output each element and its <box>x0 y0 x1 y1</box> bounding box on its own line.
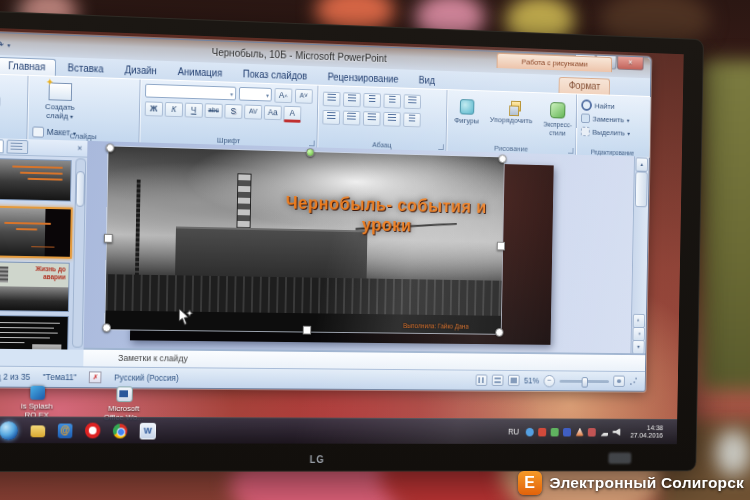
network-icon[interactable] <box>600 428 608 436</box>
line-spacing-button[interactable] <box>403 94 421 109</box>
columns-button[interactable] <box>403 113 421 128</box>
tab-view[interactable]: Вид <box>409 73 444 89</box>
new-slide-button[interactable]: ✦ Создать слайд ▾ <box>32 80 87 124</box>
tray-icon-3[interactable] <box>551 427 559 436</box>
tab-slides-thumbnails[interactable] <box>0 139 4 153</box>
slide-thumbnail-3[interactable]: Жизнь до аварии <box>0 261 70 312</box>
font-color-button[interactable]: А <box>283 106 301 123</box>
change-case-button[interactable]: Аа <box>264 105 282 120</box>
underline-button[interactable]: Ч <box>185 103 203 118</box>
increase-indent-button[interactable] <box>383 94 401 109</box>
arrange-button[interactable]: Упорядочить <box>487 98 536 138</box>
resize-grip[interactable] <box>629 377 638 386</box>
tray-icon-2[interactable] <box>539 427 547 436</box>
slide-thumbnail-1[interactable] <box>0 158 72 202</box>
select-label: Выделить <box>592 127 625 136</box>
strikethrough-button[interactable]: abc <box>204 103 222 118</box>
tab-outline[interactable] <box>7 140 29 154</box>
monitor: ↶ ↷ ▾ Чернобыль, 10Б - Microsoft PowerPo… <box>0 8 704 472</box>
paragraph-dialog-launcher[interactable] <box>438 144 444 150</box>
slide-sorter-button[interactable] <box>492 375 504 386</box>
bold-button[interactable]: Ж <box>145 101 163 116</box>
theme-name: "Тема11" <box>43 372 77 382</box>
next-slide-icon[interactable]: « <box>632 327 644 341</box>
tray-icon-1[interactable] <box>526 427 534 436</box>
chrome-icon[interactable] <box>113 423 128 438</box>
group-font: ▾ ▾ A˄ A˅ Ж К Ч abc S AV Аа <box>139 80 318 149</box>
zoom-level: 51% <box>524 376 539 386</box>
photo-scene: ↶ ↷ ▾ Чернобыль, 10Б - Microsoft PowerPo… <box>0 0 750 500</box>
opera-icon[interactable] <box>85 423 101 439</box>
font-size-select[interactable]: ▾ <box>239 87 272 102</box>
font-name-select[interactable]: ▾ <box>145 84 236 101</box>
tray-clock[interactable]: 14:38 27.04.2016 <box>630 424 663 440</box>
align-center-button[interactable] <box>343 111 361 126</box>
italic-button[interactable]: К <box>165 102 183 117</box>
scrollbar-thumb[interactable] <box>635 171 648 207</box>
slide-thumbnail-2-selected[interactable] <box>0 206 73 259</box>
start-button[interactable] <box>0 421 18 440</box>
spellcheck-icon[interactable]: ✗ <box>89 371 102 383</box>
clock-date: 27.04.2016 <box>630 432 663 440</box>
fit-to-window-button[interactable] <box>613 376 625 387</box>
group-clipboard: ✂ <box>0 73 28 140</box>
align-left-button[interactable] <box>322 110 340 125</box>
align-right-button[interactable] <box>363 111 381 126</box>
tray-icon-vlc[interactable] <box>576 428 584 436</box>
panel-header: ✕ <box>0 137 88 158</box>
tray-icon-5[interactable] <box>588 428 596 436</box>
bezel-sticker <box>608 453 631 464</box>
background-wall <box>700 60 750 390</box>
redo-icon[interactable]: ↷ <box>0 38 4 49</box>
word-taskbar-icon[interactable]: W <box>140 422 157 439</box>
group-drawing: Фигуры Упорядочить Экспресс-стили <box>446 90 577 156</box>
chernobyl-photo[interactable] <box>105 146 504 333</box>
explorer-icon[interactable] <box>30 425 45 437</box>
tray-icon-4[interactable] <box>563 428 571 437</box>
quick-styles-button[interactable]: Экспресс-стили <box>540 100 575 140</box>
tab-home[interactable]: Главная <box>0 57 56 76</box>
panel-scrollbar-thumb[interactable] <box>76 171 85 207</box>
char-spacing-button[interactable]: AV <box>244 105 262 120</box>
slide-thumbnail-4[interactable] <box>0 315 69 355</box>
slideshow-button[interactable] <box>508 375 520 386</box>
zoom-out-button[interactable]: − <box>543 375 555 387</box>
slides-panel: ✕ <box>0 137 88 350</box>
panel-close-icon[interactable]: ✕ <box>77 145 83 153</box>
previous-slide-icon[interactable]: « <box>633 314 645 328</box>
select-icon <box>581 127 590 137</box>
numbering-button[interactable] <box>343 92 361 107</box>
zoom-slider[interactable] <box>560 379 609 382</box>
scroll-up-icon[interactable]: ▴ <box>635 157 647 171</box>
scroll-down-icon[interactable]: ▾ <box>632 340 644 354</box>
volume-icon[interactable] <box>613 428 621 436</box>
slide-title[interactable]: Чернобыль- события и уроки <box>266 193 505 239</box>
font-dialog-launcher[interactable] <box>309 140 315 146</box>
normal-view-button[interactable] <box>476 374 488 385</box>
zoom-slider-thumb[interactable] <box>582 377 588 387</box>
tray-language[interactable]: RU <box>508 427 519 437</box>
vertical-scrollbar[interactable]: ▴ « « ▾ <box>630 156 648 355</box>
shrink-font-button[interactable]: A˅ <box>295 89 313 104</box>
powerpoint-window: ↶ ↷ ▾ Чернобыль, 10Б - Microsoft PowerPo… <box>0 30 652 392</box>
decrease-indent-button[interactable] <box>363 93 381 108</box>
tab-format[interactable]: Формат <box>559 77 610 95</box>
language-indicator[interactable]: Русский (Россия) <box>114 373 179 383</box>
desktop-icon-label: is Splash <box>0 401 74 410</box>
bullets-button[interactable] <box>323 92 341 107</box>
tab-design[interactable]: Дизайн <box>115 62 167 79</box>
chevron-down-icon: ▾ <box>266 91 269 98</box>
drawing-dialog-launcher[interactable] <box>568 148 573 154</box>
tab-insert[interactable]: Вставка <box>58 60 114 78</box>
justify-button[interactable] <box>383 112 401 127</box>
text-shadow-button[interactable]: S <box>224 104 242 119</box>
close-button[interactable]: ✕ <box>617 56 643 70</box>
grow-font-button[interactable]: A˄ <box>274 88 292 103</box>
new-slide-chevron-icon: ▾ <box>70 114 73 120</box>
mail-icon[interactable]: @ <box>58 423 73 438</box>
select-button[interactable]: Выделить ▾ <box>581 125 645 140</box>
replace-label: Заменить <box>592 114 624 123</box>
thumbnail-3-title: Жизнь до аварии <box>21 265 66 281</box>
slide-canvas: Чернобыль- события и уроки Выполнила: Га… <box>84 141 635 355</box>
shapes-button[interactable]: Фигуры <box>451 97 482 137</box>
